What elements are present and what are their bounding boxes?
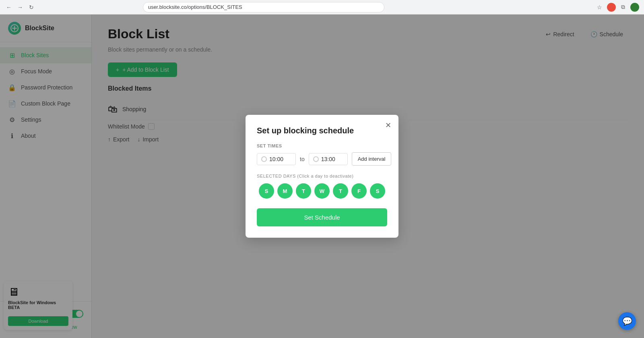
add-interval-button[interactable]: Add interval <box>352 152 392 166</box>
refresh-button[interactable]: ↻ <box>27 3 35 11</box>
extensions-icon[interactable]: ⧉ <box>619 3 627 11</box>
day-friday[interactable]: F <box>351 183 367 199</box>
day-wednesday[interactable]: W <box>314 183 330 199</box>
schedule-modal: ✕ Set up blocking schedule SET TIMES to … <box>246 115 398 238</box>
day-saturday[interactable]: S <box>370 183 385 199</box>
url-text: user.blocksite.co/options/BLOCK_SITES <box>148 4 242 10</box>
selected-days-label: SELECTED DAYS (Click a day to deactivate… <box>257 174 387 178</box>
forward-button[interactable]: → <box>16 3 24 11</box>
time-to-input[interactable] <box>321 156 343 162</box>
selected-days-hint: (Click a day to deactivate) <box>297 174 353 178</box>
time-from-wrapper <box>257 153 296 165</box>
browser-chrome: ← → ↻ user.blocksite.co/options/BLOCK_SI… <box>0 0 644 15</box>
chat-icon: 💬 <box>622 316 632 326</box>
chat-bubble[interactable]: 💬 <box>618 312 636 330</box>
day-sunday[interactable]: S <box>259 183 274 199</box>
set-times-label: SET TIMES <box>257 143 387 148</box>
time-to-wrapper <box>309 153 348 165</box>
browser-icons: ☆ ⧉ <box>596 3 639 12</box>
time-from-radio[interactable] <box>261 156 267 162</box>
time-from-input[interactable] <box>269 156 291 162</box>
days-row: S M T W T F S <box>257 183 387 199</box>
modal-close-button[interactable]: ✕ <box>382 120 394 131</box>
day-tuesday[interactable]: T <box>296 183 311 199</box>
star-icon[interactable]: ☆ <box>596 3 604 11</box>
day-thursday[interactable]: T <box>333 183 348 199</box>
modal-overlay: ✕ Set up blocking schedule SET TIMES to … <box>0 15 644 338</box>
day-monday[interactable]: M <box>277 183 293 199</box>
time-to-radio[interactable] <box>313 156 319 162</box>
profile-icon[interactable] <box>607 3 616 12</box>
address-bar[interactable]: user.blocksite.co/options/BLOCK_SITES <box>143 2 384 12</box>
time-separator: to <box>300 156 305 162</box>
back-button[interactable]: ← <box>5 3 13 11</box>
user-avatar-icon[interactable] <box>630 3 639 12</box>
modal-title: Set up blocking schedule <box>257 126 387 135</box>
set-schedule-button[interactable]: Set Schedule <box>257 208 387 226</box>
time-row: to Add interval <box>257 152 387 166</box>
app-container: BlockSite ⊞ Block Sites ◎ Focus Mode 🔒 P… <box>0 15 644 338</box>
